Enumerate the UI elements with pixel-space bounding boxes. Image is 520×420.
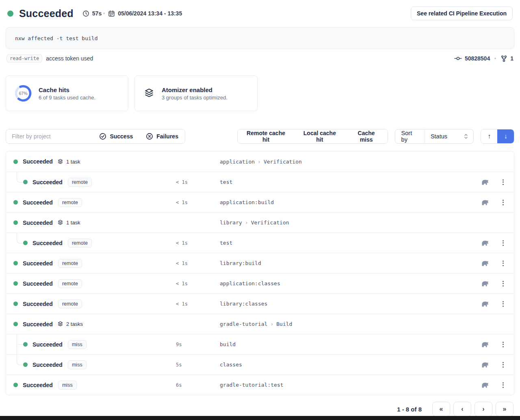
- task-group-row[interactable]: Succeeded 1 task application›Verificatio…: [6, 151, 514, 172]
- commit-icon: [454, 55, 462, 62]
- status-dot: [23, 241, 28, 245]
- task-row[interactable]: Succeeded remote < 1s library:classes: [6, 293, 514, 314]
- cache-miss-button[interactable]: Cache miss: [345, 129, 388, 143]
- atomizer-subtitle: 3 groups of tasks optimized.: [162, 95, 228, 101]
- task-list: Succeeded 1 task application›Verificatio…: [6, 151, 514, 395]
- gradle-elephant-icon[interactable]: [481, 240, 489, 246]
- summary-cards: 67% Cache hits 6 of 9 tasks used cache. …: [6, 75, 514, 111]
- cache-badge: remote: [58, 279, 82, 288]
- task-group-row[interactable]: Succeeded 2 tasks gradle-tutorial›Build: [6, 314, 514, 334]
- gradle-elephant-icon[interactable]: [481, 341, 489, 347]
- project-path: library›Verification: [220, 220, 507, 226]
- header: Succeeded 57s 05/06/2024 13:34 - 13:35 S…: [0, 0, 520, 20]
- page-range-label: 1 - 8 of 8: [397, 406, 422, 413]
- chevron-right-icon: ›: [482, 405, 484, 413]
- layers-icon: [143, 87, 155, 99]
- task-row[interactable]: Succeeded remote < 1s application:classe…: [6, 273, 514, 293]
- related-ci-pipeline-button[interactable]: See related CI Pipeline Execution: [411, 6, 513, 20]
- row-menu-button[interactable]: [501, 178, 505, 187]
- row-menu-button[interactable]: [501, 360, 505, 369]
- sort-by-label: Sort by: [395, 129, 425, 143]
- commit-id-link[interactable]: 50828504: [465, 55, 490, 62]
- gradle-elephant-icon[interactable]: [481, 362, 489, 368]
- task-name: build: [220, 341, 481, 347]
- task-name: test: [220, 240, 481, 246]
- row-menu-button[interactable]: [501, 340, 505, 349]
- task-row[interactable]: Succeeded remote < 1s library:build: [6, 253, 514, 273]
- cache-badge: remote: [68, 178, 92, 187]
- sort-ascending-button[interactable]: ↑: [481, 129, 498, 143]
- task-duration: < 1s: [176, 301, 220, 307]
- gradle-elephant-icon[interactable]: [481, 179, 489, 185]
- task-group-row[interactable]: Succeeded 1 task library›Verification: [6, 212, 514, 233]
- task-count: 1 task: [66, 159, 80, 165]
- last-page-button[interactable]: »: [496, 402, 514, 416]
- status-dot: [13, 159, 18, 164]
- branch-count: 1: [510, 55, 514, 62]
- row-menu-button[interactable]: [501, 279, 505, 288]
- cache-badge: miss: [58, 381, 77, 390]
- gradle-elephant-icon[interactable]: [481, 301, 489, 307]
- task-row[interactable]: Succeeded miss 9s build: [6, 334, 514, 354]
- task-name: gradle-tutorial:test: [220, 382, 481, 388]
- meta-separator: [103, 13, 105, 14]
- task-name: classes: [220, 362, 481, 368]
- gradle-elephant-icon[interactable]: [481, 260, 489, 266]
- remote-cache-hit-button[interactable]: Remote cache hit: [238, 129, 294, 143]
- task-duration: 9s: [176, 342, 220, 347]
- row-menu-button[interactable]: [501, 299, 505, 308]
- success-filter-button[interactable]: Success: [93, 129, 139, 143]
- arrow-up-icon: ↑: [488, 133, 491, 140]
- sort-descending-button[interactable]: ↓: [497, 129, 514, 143]
- task-name: application:classes: [220, 280, 481, 286]
- previous-page-button[interactable]: ‹: [453, 402, 471, 416]
- branch-icon: [500, 55, 507, 62]
- layers-icon: [57, 321, 64, 327]
- row-menu-button[interactable]: [501, 381, 505, 390]
- status-dot: [13, 261, 18, 265]
- token-row: read-write access token used 50828504 1: [6, 54, 514, 62]
- task-duration: 5s: [176, 362, 220, 368]
- sort-direction-group: ↑ ↓: [481, 129, 514, 144]
- project-path: application›Verification: [220, 159, 507, 165]
- vcs-info: 50828504 1: [454, 55, 514, 62]
- status-dot: [23, 362, 28, 367]
- first-page-button[interactable]: «: [432, 402, 450, 416]
- failures-filter-button[interactable]: Failures: [139, 129, 185, 143]
- gradle-elephant-icon[interactable]: [481, 280, 489, 286]
- access-token-badge: read-write: [6, 54, 42, 62]
- pagination: 1 - 8 of 8 « ‹ › »: [6, 402, 514, 416]
- cache-badge: miss: [68, 340, 87, 349]
- task-duration: 6s: [176, 382, 220, 388]
- filter-by-project-input[interactable]: [6, 129, 93, 143]
- access-token-text: access token used: [46, 55, 93, 62]
- status-dot: [13, 322, 18, 326]
- sort-status-select[interactable]: Status: [425, 129, 473, 143]
- task-duration: < 1s: [176, 261, 220, 266]
- project-path: gradle-tutorial›Build: [220, 321, 507, 327]
- filter-bar: Success Failures Remote cache hit Local …: [6, 129, 514, 144]
- task-row[interactable]: Succeeded remote < 1s test: [6, 233, 514, 253]
- task-row[interactable]: Succeeded miss 6s gradle-tutorial:test: [6, 375, 514, 395]
- chevron-left-icon: ‹: [461, 405, 463, 413]
- layers-icon: [57, 219, 64, 226]
- row-menu-button[interactable]: [501, 239, 505, 248]
- status-dot: [23, 342, 28, 347]
- layers-icon: [57, 158, 64, 165]
- row-menu-button[interactable]: [501, 259, 505, 268]
- next-page-button[interactable]: ›: [474, 402, 492, 416]
- meta-separator: [494, 58, 496, 59]
- gradle-elephant-icon[interactable]: [481, 382, 489, 388]
- gradle-elephant-icon[interactable]: [481, 199, 489, 205]
- task-row[interactable]: Succeeded remote < 1s application:build: [6, 192, 514, 212]
- row-menu-button[interactable]: [501, 198, 505, 207]
- double-chevron-right-icon: »: [503, 405, 507, 413]
- task-row[interactable]: Succeeded miss 5s classes: [6, 354, 514, 375]
- select-chevrons-icon: [464, 134, 468, 139]
- task-row[interactable]: Succeeded remote < 1s test: [6, 172, 514, 192]
- status-dot: [13, 302, 18, 306]
- local-cache-hit-button[interactable]: Local cache hit: [294, 129, 345, 143]
- page-title: Succeeded: [19, 8, 74, 19]
- task-duration: < 1s: [176, 179, 220, 185]
- run-detail-page: Succeeded 57s 05/06/2024 13:34 - 13:35 S…: [0, 0, 520, 420]
